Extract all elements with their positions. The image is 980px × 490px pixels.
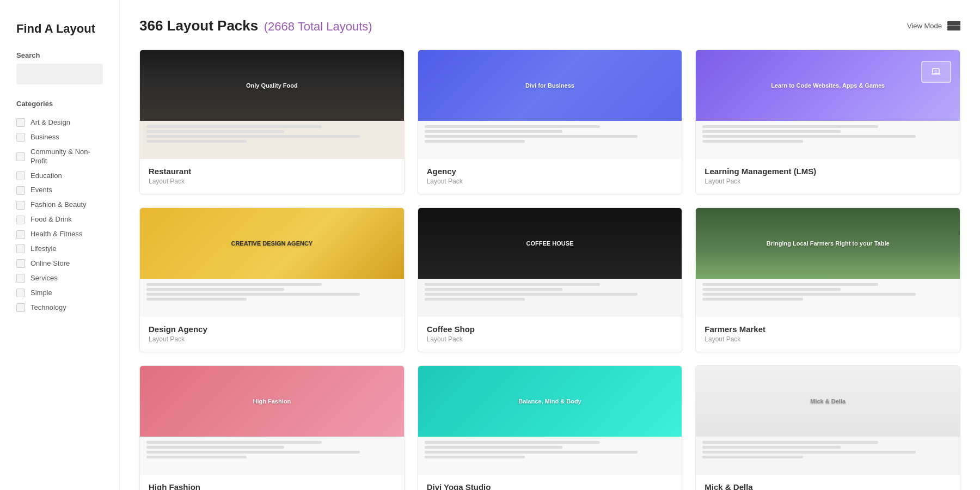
card-preview-coffee-shop: COFFEE HOUSE bbox=[418, 208, 682, 317]
category-item-online-store[interactable]: Online Store bbox=[16, 256, 103, 271]
card-thumb-bottom-yoga bbox=[418, 437, 682, 475]
card-info-mick-della: Mick & DellaLayout Pack bbox=[696, 475, 960, 490]
category-item-business[interactable]: Business bbox=[16, 130, 103, 145]
svg-rect-0 bbox=[933, 69, 939, 74]
category-label-business: Business bbox=[30, 133, 59, 142]
category-label-services: Services bbox=[30, 274, 58, 283]
card-name-lms: Learning Management (LMS) bbox=[705, 167, 951, 176]
card-thumb-top-coffee-shop: COFFEE HOUSE bbox=[418, 208, 682, 279]
category-item-food-drink[interactable]: Food & Drink bbox=[16, 212, 103, 227]
card-thumb-bottom-fashion bbox=[140, 437, 404, 475]
layout-card-coffee-shop[interactable]: COFFEE HOUSECoffee ShopLayout Pack bbox=[418, 207, 683, 352]
pack-count: 366 Layout Packs bbox=[139, 17, 258, 34]
category-item-services[interactable]: Services bbox=[16, 271, 103, 286]
category-item-art-design[interactable]: Art & Design bbox=[16, 115, 103, 130]
card-preview-yoga: Balance, Mind & Body bbox=[418, 366, 682, 475]
card-info-lms: Learning Management (LMS)Layout Pack bbox=[696, 159, 960, 194]
total-layouts: (2668 Total Layouts) bbox=[264, 20, 372, 33]
main-content: 366 Layout Packs (2668 Total Layouts) Vi… bbox=[120, 0, 980, 490]
category-item-simple[interactable]: Simple bbox=[16, 286, 103, 301]
category-item-fashion-beauty[interactable]: Fashion & Beauty bbox=[16, 198, 103, 212]
layout-card-agency[interactable]: Divi for BusinessAgencyLayout Pack bbox=[418, 50, 683, 194]
category-checkbox-services[interactable] bbox=[16, 274, 25, 283]
card-name-fashion: High Fashion bbox=[149, 482, 395, 490]
category-item-community-non-profit[interactable]: Community & Non-Profit bbox=[16, 145, 103, 169]
view-mode-container: View Mode bbox=[907, 21, 960, 31]
card-thumb-top-yoga: Balance, Mind & Body bbox=[418, 366, 682, 437]
card-preview-fashion: High Fashion bbox=[140, 366, 404, 475]
card-thumb-top-fashion: High Fashion bbox=[140, 366, 404, 437]
card-info-farmers-market: Farmers MarketLayout Pack bbox=[696, 317, 960, 352]
layout-card-fashion[interactable]: High FashionHigh FashionLayout Pack bbox=[139, 365, 405, 490]
category-checkbox-food-drink[interactable] bbox=[16, 216, 25, 224]
card-name-coffee-shop: Coffee Shop bbox=[427, 324, 673, 334]
card-type-farmers-market: Layout Pack bbox=[705, 335, 951, 343]
card-name-agency: Agency bbox=[427, 167, 673, 176]
card-preview-mick-della: Mick & Della bbox=[696, 366, 960, 475]
category-checkbox-art-design[interactable] bbox=[16, 118, 25, 127]
sidebar-title: Find A Layout bbox=[16, 22, 103, 36]
sidebar: Find A Layout Search Categories Art & De… bbox=[0, 0, 120, 490]
card-thumb-top-design-agency: CREATIVE DESIGN AGENCY bbox=[140, 208, 404, 279]
category-checkbox-health-fitness[interactable] bbox=[16, 230, 25, 239]
layout-card-mick-della[interactable]: Mick & DellaMick & DellaLayout Pack bbox=[695, 365, 960, 490]
category-label-online-store: Online Store bbox=[30, 259, 70, 268]
card-type-lms: Layout Pack bbox=[705, 177, 951, 185]
categories-list: Art & DesignBusinessCommunity & Non-Prof… bbox=[16, 115, 103, 315]
view-mode-label: View Mode bbox=[907, 22, 942, 30]
card-info-fashion: High FashionLayout Pack bbox=[140, 475, 404, 490]
card-preview-design-agency: CREATIVE DESIGN AGENCY bbox=[140, 208, 404, 317]
layout-card-restaurant[interactable]: Only Quality FoodRestaurantLayout Pack bbox=[139, 50, 405, 194]
card-name-design-agency: Design Agency bbox=[149, 324, 395, 334]
category-item-technology[interactable]: Technology bbox=[16, 301, 103, 315]
card-info-restaurant: RestaurantLayout Pack bbox=[140, 159, 404, 194]
category-item-education[interactable]: Education bbox=[16, 169, 103, 183]
category-checkbox-business[interactable] bbox=[16, 133, 25, 142]
search-input[interactable] bbox=[16, 64, 103, 84]
layout-card-yoga[interactable]: Balance, Mind & BodyDivi Yoga StudioLayo… bbox=[418, 365, 683, 490]
layout-card-lms[interactable]: Learn to Code Websites, Apps & Games Lea… bbox=[695, 50, 960, 194]
card-info-coffee-shop: Coffee ShopLayout Pack bbox=[418, 317, 682, 352]
card-thumb-top-restaurant: Only Quality Food bbox=[140, 50, 404, 121]
category-label-fashion-beauty: Fashion & Beauty bbox=[30, 200, 87, 210]
view-mode-icon[interactable] bbox=[947, 21, 960, 31]
category-label-food-drink: Food & Drink bbox=[30, 215, 72, 224]
category-checkbox-online-store[interactable] bbox=[16, 259, 25, 268]
card-preview-lms: Learn to Code Websites, Apps & Games bbox=[696, 50, 960, 159]
category-checkbox-education[interactable] bbox=[16, 171, 25, 180]
category-checkbox-technology[interactable] bbox=[16, 303, 25, 312]
category-label-art-design: Art & Design bbox=[30, 118, 70, 127]
category-label-technology: Technology bbox=[30, 303, 66, 313]
card-type-agency: Layout Pack bbox=[427, 177, 673, 185]
category-item-lifestyle[interactable]: Lifestyle bbox=[16, 242, 103, 256]
card-info-design-agency: Design AgencyLayout Pack bbox=[140, 317, 404, 352]
category-checkbox-simple[interactable] bbox=[16, 289, 25, 297]
card-preview-farmers-market: Bringing Local Farmers Right to your Tab… bbox=[696, 208, 960, 317]
card-thumb-top-agency: Divi for Business bbox=[418, 50, 682, 121]
card-thumb-bottom-design-agency bbox=[140, 279, 404, 317]
category-item-events[interactable]: Events bbox=[16, 183, 103, 198]
layout-card-farmers-market[interactable]: Bringing Local Farmers Right to your Tab… bbox=[695, 207, 960, 352]
card-info-yoga: Divi Yoga StudioLayout Pack bbox=[418, 475, 682, 490]
categories-title: Categories bbox=[16, 100, 103, 108]
card-thumb-bottom-farmers-market bbox=[696, 279, 960, 317]
card-type-restaurant: Layout Pack bbox=[149, 177, 395, 185]
category-checkbox-fashion-beauty[interactable] bbox=[16, 201, 25, 210]
card-thumb-bottom-restaurant bbox=[140, 121, 404, 159]
category-checkbox-community-non-profit[interactable] bbox=[16, 152, 25, 161]
category-item-health-fitness[interactable]: Health & Fitness bbox=[16, 227, 103, 242]
card-thumb-top-mick-della: Mick & Della bbox=[696, 366, 960, 437]
card-thumb-top-lms: Learn to Code Websites, Apps & Games bbox=[696, 50, 960, 121]
card-thumb-bottom-coffee-shop bbox=[418, 279, 682, 317]
category-checkbox-lifestyle[interactable] bbox=[16, 244, 25, 253]
card-thumb-bottom-lms bbox=[696, 121, 960, 159]
layout-card-design-agency[interactable]: CREATIVE DESIGN AGENCYDesign AgencyLayou… bbox=[139, 207, 405, 352]
category-label-education: Education bbox=[30, 171, 62, 181]
main-header: 366 Layout Packs (2668 Total Layouts) Vi… bbox=[139, 17, 960, 34]
category-label-lifestyle: Lifestyle bbox=[30, 244, 57, 254]
card-type-coffee-shop: Layout Pack bbox=[427, 335, 673, 343]
category-label-simple: Simple bbox=[30, 289, 52, 298]
card-name-farmers-market: Farmers Market bbox=[705, 324, 951, 334]
category-checkbox-events[interactable] bbox=[16, 186, 25, 195]
card-name-restaurant: Restaurant bbox=[149, 167, 395, 176]
